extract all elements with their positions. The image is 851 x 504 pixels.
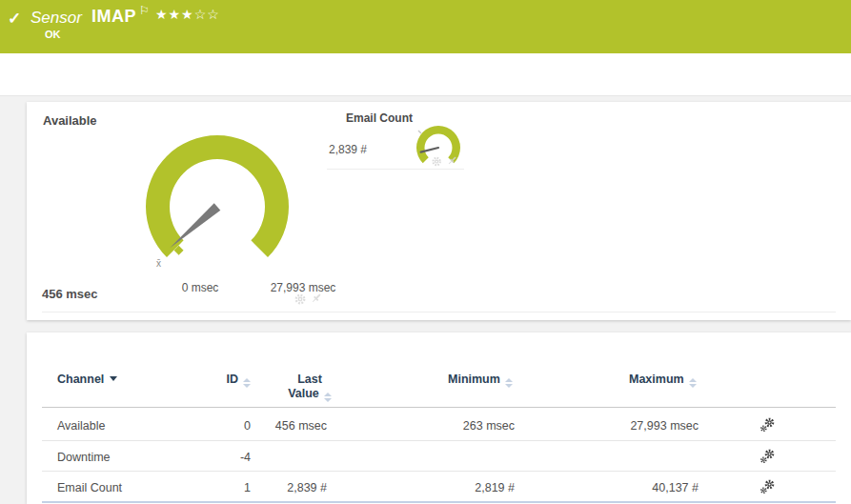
- maximum-cell: 40,137 #: [603, 481, 699, 494]
- channel-name-cell: Downtime: [57, 451, 111, 464]
- primary-channel-gear-icon[interactable]: [294, 292, 309, 306]
- tab-bar: Overview ((•)) Live Data 2 days 30 days …: [0, 53, 851, 96]
- minimum-cell: 2,819 #: [419, 481, 515, 494]
- stars-filled: ★★★: [155, 7, 194, 22]
- channel-settings-gears-icon[interactable]: [760, 449, 775, 464]
- table-bottom-divider: [42, 501, 836, 503]
- channel-settings-gears-icon[interactable]: [760, 417, 775, 433]
- primary-gauge-title: Available: [43, 113, 97, 128]
- ok-check-icon: ✓: [8, 9, 21, 29]
- priority-star-rating[interactable]: ★★★☆☆: [155, 7, 220, 22]
- table-header-divider: [42, 407, 836, 408]
- column-header-maximum[interactable]: Maximum: [629, 373, 697, 388]
- secondary-gauge-average-marker: [418, 131, 421, 133]
- sort-toggle-icon: [689, 378, 697, 388]
- channel-settings-gears-icon[interactable]: [760, 479, 775, 494]
- sensor-overview-page: ✓ Sensor IMAP ⚐ ★★★☆☆ OK Overview ((•)) …: [0, 0, 851, 504]
- secondary-channel-gear-icon[interactable]: [431, 155, 444, 168]
- sensor-status-badge: OK: [45, 29, 61, 40]
- sort-toggle-icon: [324, 393, 332, 402]
- channel-id-cell: -4: [155, 451, 251, 464]
- primary-gauge-average-marker: x̄: [156, 258, 161, 269]
- column-header-channel[interactable]: Channel: [57, 373, 117, 386]
- primary-gauge-arc: [146, 135, 289, 257]
- primary-gauge: x̄: [141, 131, 294, 283]
- minimum-cell: 263 msec: [419, 419, 515, 433]
- maximum-cell: 27,993 msec: [603, 419, 699, 433]
- channel-table-panel: [27, 333, 851, 504]
- mini-cell-divider: [327, 169, 464, 170]
- last-value-cell: 456 msec: [232, 419, 327, 433]
- primary-channel-pin-icon[interactable]: [311, 292, 322, 305]
- gauge-row-divider: [42, 312, 836, 312]
- secondary-channel-pin-icon[interactable]: [447, 155, 457, 167]
- primary-gauge-min-label: 0 msec: [182, 281, 219, 294]
- primary-gauge-needle: [170, 203, 220, 248]
- secondary-gauge-title: Email Count: [346, 111, 413, 125]
- column-header-last-value-line2[interactable]: Value: [243, 387, 376, 402]
- row-divider: [42, 471, 836, 472]
- sensor-status-header: ✓ Sensor IMAP ⚐ ★★★☆☆ OK: [0, 0, 851, 53]
- channel-name-cell: Available: [57, 419, 106, 433]
- channel-name-cell: Email Count: [57, 481, 122, 494]
- sort-toggle-icon: [505, 378, 513, 388]
- priority-flag-icon[interactable]: ⚐: [139, 4, 150, 17]
- secondary-gauge-value: 2,839 #: [329, 143, 367, 156]
- stars-empty: ☆☆: [194, 7, 220, 22]
- column-header-last-value-line1[interactable]: Last: [243, 373, 376, 386]
- gauges-panel: Available x̄ 0 msec 27,993 msec 456 msec: [27, 102, 851, 320]
- column-header-minimum[interactable]: Minimum: [448, 373, 513, 388]
- row-divider: [42, 440, 836, 441]
- last-value-cell: 2,839 #: [232, 481, 327, 494]
- sort-descending-icon: [110, 376, 117, 381]
- sensor-type-label: Sensor: [30, 9, 82, 28]
- column-header-id[interactable]: ID: [155, 373, 251, 388]
- primary-gauge-value: 456 msec: [42, 287, 98, 301]
- sensor-name: IMAP: [91, 7, 136, 27]
